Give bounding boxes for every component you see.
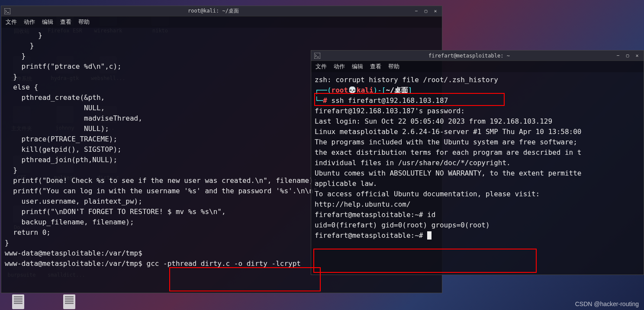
maximize-button[interactable]: ▢ bbox=[423, 8, 429, 14]
taskbar-app[interactable] bbox=[63, 294, 75, 309]
terminal-line: individual files in /usr/share/doc/*/cop… bbox=[315, 158, 640, 168]
terminal-line: applicable law. bbox=[315, 179, 640, 189]
menu-item[interactable]: 动作 bbox=[334, 63, 345, 70]
terminal-body[interactable]: zsh: corrupt history file /root/.zsh_his… bbox=[311, 72, 644, 275]
terminal-icon bbox=[4, 8, 11, 15]
menu-item[interactable]: 动作 bbox=[24, 18, 35, 26]
titlebar[interactable]: firefart@metasploitable: ~ − ▢ ✕ bbox=[311, 51, 644, 61]
terminal-line: Last login: Sun Oct 22 05:05:40 2023 fro… bbox=[315, 116, 640, 127]
menubar[interactable]: 文件动作编辑查看帮助 bbox=[1, 16, 442, 28]
terminal-line: uid=0(firefart) gid=0(root) groups=0(roo… bbox=[315, 220, 640, 230]
window-title: root@kali: ~/桌面 bbox=[13, 7, 413, 15]
terminal-line: } bbox=[5, 41, 438, 51]
watermark: CSDN @hacker-routing bbox=[575, 300, 639, 307]
menu-item[interactable]: 查看 bbox=[370, 63, 381, 70]
terminal-line: Linux metasploitable 2.6.24-16-server #1… bbox=[315, 127, 640, 137]
terminal-line: the exact distribution terms for each pr… bbox=[315, 147, 640, 158]
close-button[interactable]: ✕ bbox=[634, 53, 640, 59]
terminal-line: To access official Ubuntu documentation,… bbox=[315, 189, 640, 199]
window-title: firefart@metasploitable: ~ bbox=[323, 53, 615, 59]
titlebar[interactable]: root@kali: ~/桌面 − ▢ ✕ bbox=[1, 6, 442, 16]
terminal-line: └─# ssh firefart@192.168.103.187 bbox=[315, 96, 640, 106]
terminal-line: http://help.ubuntu.com/ bbox=[315, 199, 640, 210]
minimize-button[interactable]: − bbox=[413, 8, 419, 14]
terminal-line: Ubuntu comes with ABSOLUTELY NO WARRANTY… bbox=[315, 168, 640, 179]
maximize-button[interactable]: ▢ bbox=[625, 53, 631, 59]
menu-item[interactable]: 帮助 bbox=[78, 18, 90, 26]
menu-item[interactable]: 文件 bbox=[6, 18, 17, 26]
svg-rect-1 bbox=[314, 53, 320, 59]
taskbar-apps bbox=[12, 294, 75, 309]
menu-item[interactable]: 编辑 bbox=[42, 18, 53, 26]
taskbar-app[interactable] bbox=[12, 294, 24, 309]
terminal-line: firefart@192.168.103.187's password: bbox=[315, 106, 640, 116]
menu-item[interactable]: 查看 bbox=[60, 18, 71, 26]
close-button[interactable]: ✕ bbox=[432, 8, 438, 14]
menu-item[interactable]: 帮助 bbox=[388, 63, 399, 70]
minimize-button[interactable]: − bbox=[615, 53, 621, 59]
menu-item[interactable]: 编辑 bbox=[352, 63, 363, 70]
menubar[interactable]: 文件动作编辑查看帮助 bbox=[311, 61, 644, 72]
terminal-line: ┌──(root💀kali)-[~/桌面] bbox=[315, 85, 640, 96]
terminal-window-ssh[interactable]: firefart@metasploitable: ~ − ▢ ✕ 文件动作编辑查… bbox=[311, 50, 644, 275]
terminal-line: firefart@metasploitable:~# bbox=[315, 230, 640, 241]
terminal-line: } bbox=[5, 30, 438, 41]
svg-rect-0 bbox=[4, 8, 10, 14]
terminal-line: zsh: corrupt history file /root/.zsh_his… bbox=[315, 75, 640, 85]
terminal-line: firefart@metasploitable:~# id bbox=[315, 210, 640, 220]
terminal-icon bbox=[314, 52, 321, 59]
terminal-line: The programs included with the Ubuntu sy… bbox=[315, 137, 640, 147]
menu-item[interactable]: 文件 bbox=[316, 63, 327, 70]
